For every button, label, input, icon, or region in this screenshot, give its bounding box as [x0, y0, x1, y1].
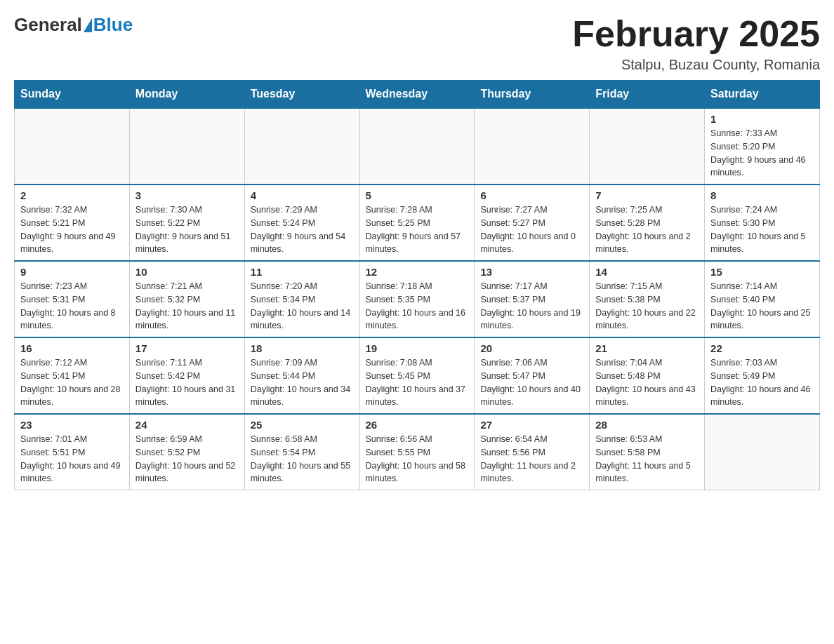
calendar-cell: 27Sunrise: 6:54 AMSunset: 5:56 PMDayligh…	[475, 414, 590, 490]
day-info: Sunrise: 7:18 AMSunset: 5:35 PMDaylight:…	[366, 280, 469, 333]
day-number: 20	[480, 342, 583, 354]
day-info: Sunrise: 7:21 AMSunset: 5:32 PMDaylight:…	[135, 280, 239, 333]
calendar-cell: 15Sunrise: 7:14 AMSunset: 5:40 PMDayligh…	[705, 261, 820, 337]
day-number: 9	[20, 266, 124, 278]
day-number: 14	[595, 266, 699, 278]
calendar-cell: 25Sunrise: 6:58 AMSunset: 5:54 PMDayligh…	[244, 414, 359, 490]
day-number: 11	[251, 266, 354, 278]
calendar-cell: 10Sunrise: 7:21 AMSunset: 5:32 PMDayligh…	[129, 261, 244, 337]
day-info: Sunrise: 7:09 AMSunset: 5:44 PMDaylight:…	[251, 356, 354, 409]
calendar-cell: 3Sunrise: 7:30 AMSunset: 5:22 PMDaylight…	[129, 185, 244, 261]
day-info: Sunrise: 7:32 AMSunset: 5:21 PMDaylight:…	[20, 203, 124, 256]
calendar-cell: 19Sunrise: 7:08 AMSunset: 5:45 PMDayligh…	[359, 337, 475, 414]
day-number: 4	[251, 189, 354, 201]
calendar-cell: 6Sunrise: 7:27 AMSunset: 5:27 PMDaylight…	[475, 185, 590, 261]
calendar-week-row: 2Sunrise: 7:32 AMSunset: 5:21 PMDaylight…	[15, 185, 820, 261]
day-info: Sunrise: 7:25 AMSunset: 5:28 PMDaylight:…	[595, 203, 699, 256]
day-number: 16	[20, 342, 124, 354]
day-info: Sunrise: 6:54 AMSunset: 5:56 PMDaylight:…	[480, 433, 583, 485]
calendar-cell: 1Sunrise: 7:33 AMSunset: 5:20 PMDaylight…	[705, 108, 820, 185]
day-number: 28	[595, 419, 699, 431]
day-number: 8	[710, 189, 814, 201]
day-number: 21	[595, 342, 699, 354]
calendar-cell: 22Sunrise: 7:03 AMSunset: 5:49 PMDayligh…	[705, 337, 820, 414]
logo-triangle-icon	[84, 18, 92, 32]
day-info: Sunrise: 7:24 AMSunset: 5:30 PMDaylight:…	[710, 203, 814, 256]
day-number: 7	[595, 189, 699, 201]
day-info: Sunrise: 6:58 AMSunset: 5:54 PMDaylight:…	[251, 433, 354, 485]
title-section: February 2025 Stalpu, Buzau County, Roma…	[572, 14, 820, 73]
calendar-cell: 11Sunrise: 7:20 AMSunset: 5:34 PMDayligh…	[244, 261, 359, 337]
calendar-cell: 16Sunrise: 7:12 AMSunset: 5:41 PMDayligh…	[15, 337, 130, 414]
calendar-cell	[590, 108, 705, 185]
calendar-cell	[705, 414, 820, 490]
day-info: Sunrise: 7:15 AMSunset: 5:38 PMDaylight:…	[595, 280, 699, 333]
logo: General Blue	[14, 14, 133, 36]
calendar-cell: 2Sunrise: 7:32 AMSunset: 5:21 PMDaylight…	[15, 185, 130, 261]
calendar-cell	[475, 108, 590, 185]
calendar-week-row: 16Sunrise: 7:12 AMSunset: 5:41 PMDayligh…	[15, 337, 820, 414]
day-info: Sunrise: 7:08 AMSunset: 5:45 PMDaylight:…	[366, 356, 469, 409]
day-number: 25	[251, 419, 354, 431]
day-number: 18	[251, 342, 354, 354]
day-info: Sunrise: 7:04 AMSunset: 5:48 PMDaylight:…	[595, 356, 699, 409]
day-info: Sunrise: 6:56 AMSunset: 5:55 PMDaylight:…	[366, 433, 469, 485]
day-number: 13	[480, 266, 583, 278]
day-info: Sunrise: 7:27 AMSunset: 5:27 PMDaylight:…	[480, 203, 583, 256]
calendar-header-row: SundayMondayTuesdayWednesdayThursdayFrid…	[15, 81, 820, 109]
calendar-cell: 23Sunrise: 7:01 AMSunset: 5:51 PMDayligh…	[15, 414, 130, 490]
day-number: 23	[20, 419, 124, 431]
day-info: Sunrise: 6:59 AMSunset: 5:52 PMDaylight:…	[135, 433, 239, 485]
calendar-cell: 4Sunrise: 7:29 AMSunset: 5:24 PMDaylight…	[244, 185, 359, 261]
day-info: Sunrise: 7:20 AMSunset: 5:34 PMDaylight:…	[251, 280, 354, 333]
logo-blue-text: Blue	[93, 14, 133, 36]
calendar-cell	[15, 108, 130, 185]
calendar-cell: 26Sunrise: 6:56 AMSunset: 5:55 PMDayligh…	[359, 414, 475, 490]
calendar-cell	[129, 108, 244, 185]
calendar-cell: 21Sunrise: 7:04 AMSunset: 5:48 PMDayligh…	[590, 337, 705, 414]
calendar-cell: 28Sunrise: 6:53 AMSunset: 5:58 PMDayligh…	[590, 414, 705, 490]
calendar-table: SundayMondayTuesdayWednesdayThursdayFrid…	[14, 80, 820, 490]
day-info: Sunrise: 7:29 AMSunset: 5:24 PMDaylight:…	[251, 203, 354, 256]
column-header-tuesday: Tuesday	[244, 81, 359, 109]
calendar-week-row: 1Sunrise: 7:33 AMSunset: 5:20 PMDaylight…	[15, 108, 820, 185]
day-number: 22	[710, 342, 814, 354]
day-info: Sunrise: 7:01 AMSunset: 5:51 PMDaylight:…	[20, 433, 124, 485]
calendar-cell: 5Sunrise: 7:28 AMSunset: 5:25 PMDaylight…	[359, 185, 475, 261]
calendar-cell: 8Sunrise: 7:24 AMSunset: 5:30 PMDaylight…	[705, 185, 820, 261]
day-number: 5	[366, 189, 469, 201]
day-number: 26	[366, 419, 469, 431]
column-header-saturday: Saturday	[705, 81, 820, 109]
day-number: 17	[135, 342, 239, 354]
column-header-wednesday: Wednesday	[359, 81, 475, 109]
day-info: Sunrise: 7:11 AMSunset: 5:42 PMDaylight:…	[135, 356, 239, 409]
day-info: Sunrise: 7:12 AMSunset: 5:41 PMDaylight:…	[20, 356, 124, 409]
day-info: Sunrise: 7:28 AMSunset: 5:25 PMDaylight:…	[366, 203, 469, 256]
calendar-cell	[244, 108, 359, 185]
day-number: 12	[366, 266, 469, 278]
month-title: February 2025	[572, 14, 820, 54]
day-info: Sunrise: 7:03 AMSunset: 5:49 PMDaylight:…	[710, 356, 814, 409]
day-info: Sunrise: 7:33 AMSunset: 5:20 PMDaylight:…	[710, 127, 814, 180]
logo-general-text: General	[14, 14, 82, 36]
day-info: Sunrise: 6:53 AMSunset: 5:58 PMDaylight:…	[595, 433, 699, 485]
day-number: 19	[366, 342, 469, 354]
day-number: 1	[710, 113, 814, 125]
day-number: 24	[135, 419, 239, 431]
calendar-week-row: 9Sunrise: 7:23 AMSunset: 5:31 PMDaylight…	[15, 261, 820, 337]
calendar-cell: 17Sunrise: 7:11 AMSunset: 5:42 PMDayligh…	[129, 337, 244, 414]
day-number: 27	[480, 419, 583, 431]
column-header-monday: Monday	[129, 81, 244, 109]
day-info: Sunrise: 7:06 AMSunset: 5:47 PMDaylight:…	[480, 356, 583, 409]
day-info: Sunrise: 7:30 AMSunset: 5:22 PMDaylight:…	[135, 203, 239, 256]
calendar-cell: 7Sunrise: 7:25 AMSunset: 5:28 PMDaylight…	[590, 185, 705, 261]
day-number: 15	[710, 266, 814, 278]
page-header: General Blue February 2025 Stalpu, Buzau…	[14, 14, 820, 73]
column-header-sunday: Sunday	[15, 81, 130, 109]
location-text: Stalpu, Buzau County, Romania	[572, 57, 820, 73]
calendar-cell: 14Sunrise: 7:15 AMSunset: 5:38 PMDayligh…	[590, 261, 705, 337]
calendar-cell	[359, 108, 475, 185]
day-info: Sunrise: 7:14 AMSunset: 5:40 PMDaylight:…	[710, 280, 814, 333]
calendar-cell: 24Sunrise: 6:59 AMSunset: 5:52 PMDayligh…	[129, 414, 244, 490]
column-header-thursday: Thursday	[475, 81, 590, 109]
